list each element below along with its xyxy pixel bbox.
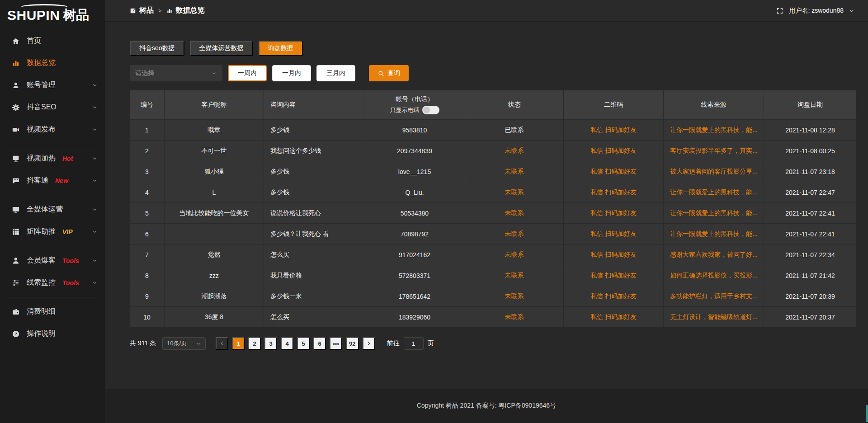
page-button-6[interactable]: 6 bbox=[313, 337, 326, 350]
sidebar-item-video-publish[interactable]: 视频发布 bbox=[0, 118, 105, 141]
sidebar-item-omni-media-operation[interactable]: 全媒体运营 bbox=[0, 198, 105, 221]
cell-qrcode[interactable]: 私信 扫码加好友 bbox=[564, 224, 664, 244]
table-row: 6多少钱？让我死心 看70898792未联系私信 扫码加好友让你一眼就爱上的黑科… bbox=[130, 223, 856, 244]
table-row: 9潮起潮落多少钱一米178651642未联系私信 扫码加好友多功能护栏灯，适用于… bbox=[130, 286, 856, 306]
cell-account: 917024162 bbox=[364, 244, 465, 265]
logo-arc-decoration bbox=[19, 4, 70, 11]
range-button-one-month[interactable]: 一月内 bbox=[272, 65, 311, 81]
sidebar: SHUPIN 树品 首页数据总览账号管理抖音SEO视频发布视频加热Hot抖客通N… bbox=[0, 0, 105, 423]
filter-select[interactable]: 请选择 bbox=[130, 65, 222, 81]
cell-source[interactable]: 如何正确选择投影仪，买投影... bbox=[664, 265, 764, 286]
page-button-2[interactable]: 2 bbox=[248, 337, 261, 350]
page-button-92[interactable]: 92 bbox=[346, 337, 359, 350]
next-page-button[interactable] bbox=[363, 337, 375, 350]
date-range-group: 一周内一月内三月内 bbox=[222, 65, 355, 81]
range-button-three-months[interactable]: 三月内 bbox=[316, 65, 355, 81]
breadcrumb-root[interactable]: 树品 bbox=[139, 6, 154, 15]
cell-source[interactable]: 被大家追着问的客厅投影分享... bbox=[664, 161, 764, 182]
sidebar-item-lead-monitoring[interactable]: 线索监控Tools bbox=[0, 272, 105, 294]
bar-chart-icon bbox=[166, 8, 173, 14]
cell-qrcode[interactable]: 私信 扫码加好友 bbox=[564, 182, 664, 202]
tab-inquiry-data[interactable]: 询盘数据 bbox=[259, 41, 303, 56]
column-header-status: 状态 bbox=[465, 90, 564, 119]
gear-icon bbox=[12, 103, 20, 112]
cell-source[interactable]: 让你一眼就爱上的黑科技，能... bbox=[664, 224, 764, 244]
cell-account: 178651642 bbox=[364, 286, 465, 306]
page-ellipsis-button[interactable]: ••• bbox=[330, 337, 342, 350]
cell-qrcode[interactable]: 私信 扫码加好友 bbox=[564, 244, 664, 265]
page-button-4[interactable]: 4 bbox=[281, 337, 293, 350]
prev-page-button[interactable] bbox=[216, 337, 228, 350]
menu-divider bbox=[8, 246, 97, 246]
page-button-5[interactable]: 5 bbox=[297, 337, 310, 350]
menu-divider bbox=[8, 144, 97, 144]
copyright-text: Copyright 树品 2021 备案号: 粤ICP备09019646号 bbox=[417, 402, 556, 410]
username-label[interactable]: 用户名: zswodun88 bbox=[789, 7, 844, 15]
cell-source[interactable]: 让你一眼就爱上的黑科技，能... bbox=[664, 120, 764, 140]
cell-qrcode[interactable]: 私信 扫码加好友 bbox=[564, 286, 664, 306]
tab-douyin-seo-data[interactable]: 抖音seo数据 bbox=[130, 41, 184, 56]
sidebar-item-home[interactable]: 首页 bbox=[0, 30, 105, 52]
range-button-one-week[interactable]: 一周内 bbox=[228, 65, 267, 81]
cell-content: 怎么买 bbox=[264, 244, 364, 265]
page-button-1[interactable]: 1 bbox=[232, 337, 245, 350]
cell-source[interactable]: 无主灯设计，智能磁吸轨道灯... bbox=[664, 307, 764, 327]
sidebar-item-account-management[interactable]: 账号管理 bbox=[0, 74, 105, 96]
cell-date: 2021-11-07 21:42 bbox=[764, 265, 856, 286]
cell-source[interactable]: 客厅安装投影半年多了，真实... bbox=[664, 141, 764, 161]
goto-label: 前往 bbox=[387, 339, 400, 348]
query-button[interactable]: 查询 bbox=[369, 65, 409, 81]
top-header: 树品 > 数据总览 用户名: zswodun88 bbox=[105, 0, 868, 22]
goto-page-input[interactable] bbox=[404, 337, 424, 350]
phone-only-toggle[interactable] bbox=[422, 106, 439, 114]
cell-qrcode[interactable]: 私信 扫码加好友 bbox=[564, 203, 664, 223]
cell-content: 我想问这个多少钱 bbox=[264, 141, 364, 161]
sidebar-item-operation-guide[interactable]: ?操作说明 bbox=[0, 323, 105, 345]
sidebar-item-video-heating[interactable]: 视频加热Hot bbox=[0, 147, 105, 169]
cell-source[interactable]: 让你一眼就爱上的黑科技，能... bbox=[664, 182, 764, 202]
cell-no: 2 bbox=[130, 141, 165, 161]
menu-badge: VIP bbox=[62, 228, 73, 235]
sidebar-item-douketong[interactable]: 抖客通New bbox=[0, 169, 105, 192]
cell-nickname: 哦章 bbox=[165, 120, 264, 140]
cell-status: 未联系 bbox=[465, 265, 564, 286]
cell-source[interactable]: 感谢大家喜欢我家，被问了好... bbox=[664, 244, 764, 265]
cell-no: 1 bbox=[130, 120, 165, 140]
chevron-right-icon bbox=[366, 341, 372, 346]
chevron-down-icon bbox=[92, 155, 98, 161]
breadcrumb: 树品 > 数据总览 bbox=[130, 6, 205, 15]
sidebar-item-douyin-seo[interactable]: 抖音SEO bbox=[0, 96, 105, 118]
cell-qrcode[interactable]: 私信 扫码加好友 bbox=[564, 120, 664, 140]
cell-qrcode[interactable]: 私信 扫码加好友 bbox=[564, 141, 664, 161]
chevron-down-icon bbox=[92, 104, 98, 110]
sidebar-item-matrix-boost[interactable]: 矩阵助推VIP bbox=[0, 221, 105, 243]
cell-qrcode[interactable]: 私信 扫码加好友 bbox=[564, 265, 664, 286]
cell-account: 2097344839 bbox=[364, 141, 465, 161]
scrollbar-thumb[interactable] bbox=[866, 405, 868, 422]
sidebar-item-data-overview[interactable]: 数据总览 bbox=[0, 52, 105, 74]
tab-omni-media-data[interactable]: 全媒体运营数据 bbox=[190, 41, 253, 56]
cell-source[interactable]: 多功能护栏灯，适用于乡村文... bbox=[664, 286, 764, 306]
sidebar-item-member-baoke[interactable]: 会员爆客Tools bbox=[0, 249, 105, 272]
chevron-down-icon bbox=[92, 229, 98, 235]
cell-no: 9 bbox=[130, 286, 165, 306]
cell-qrcode[interactable]: 私信 扫码加好友 bbox=[564, 161, 664, 182]
fullscreen-icon[interactable] bbox=[776, 7, 783, 14]
chevron-down-icon bbox=[92, 82, 98, 88]
menu-badge: Tools bbox=[62, 279, 79, 287]
chevron-down-icon[interactable] bbox=[849, 8, 854, 14]
cell-no: 4 bbox=[130, 182, 165, 202]
inquiry-table: 编号客户昵称咨询内容帐号（电话）只显示电话状态二维码线索来源询盘日期 1哦章多少… bbox=[130, 90, 856, 327]
cell-source[interactable]: 让你一眼就爱上的黑科技，能... bbox=[664, 203, 764, 223]
cell-nickname: 36度 8 bbox=[165, 307, 264, 327]
page-size-select[interactable]: 10条/页 bbox=[162, 337, 206, 350]
sidebar-item-label: 全媒体运营 bbox=[27, 205, 63, 214]
cell-qrcode[interactable]: 私信 扫码加好友 bbox=[564, 307, 664, 327]
column-header-nickname: 客户昵称 bbox=[165, 90, 264, 119]
sidebar-item-consumption-details[interactable]: 消费明细 bbox=[0, 301, 105, 323]
cell-status: 已联系 bbox=[465, 120, 564, 140]
sidebar-item-label: 矩阵助推 bbox=[27, 227, 56, 236]
table-row: 8zzz我只看价格572803371未联系私信 扫码加好友如何正确选择投影仪，买… bbox=[130, 265, 856, 286]
menu-badge: New bbox=[55, 177, 68, 184]
page-button-3[interactable]: 3 bbox=[264, 337, 277, 350]
